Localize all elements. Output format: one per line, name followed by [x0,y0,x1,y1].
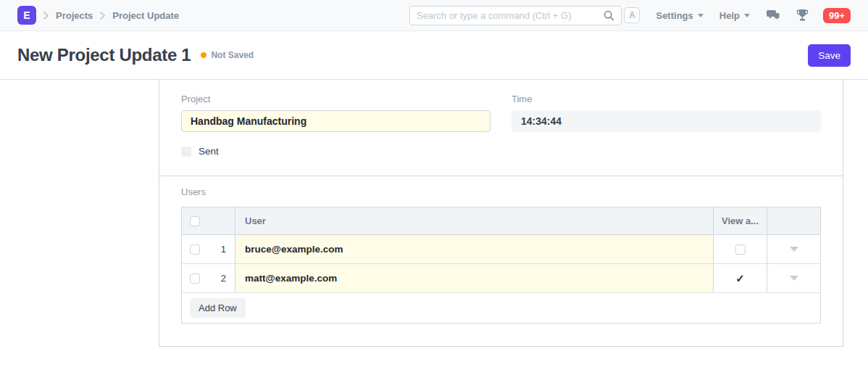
view-attachments-cell[interactable]: ✓ [713,264,767,292]
row-select-checkbox[interactable] [190,244,200,255]
global-search[interactable] [409,6,622,25]
settings-menu[interactable]: Settings [656,10,703,21]
chevron-down-icon [698,14,704,17]
breadcrumb-projects[interactable]: Projects [56,10,93,21]
trophy-icon[interactable] [796,9,809,22]
page-title: New Project Update 1 [17,45,191,65]
save-button[interactable]: Save [808,44,851,67]
avatar[interactable]: A [624,7,640,23]
status-indicator: Not Saved [201,50,254,60]
sent-checkbox[interactable] [181,147,191,157]
users-grid: User View a... 1 bruce@example.com [181,207,821,324]
navbar-right: A Settings Help 99+ [624,7,851,23]
chevron-down-icon [744,14,750,17]
view-attachments-checkbox[interactable] [735,244,746,255]
users-grid-label: Users [181,186,821,197]
row-index: 1 [200,244,235,255]
row-index: 2 [200,273,235,284]
time-field: 14:34:44 [512,110,821,132]
table-row: 2 matt@example.com ✓ [182,264,820,293]
notifications-badge[interactable]: 99+ [823,8,851,23]
checkmark-icon: ✓ [735,272,745,285]
project-field[interactable]: Handbag Manufacturing [181,110,491,132]
select-all-checkbox[interactable] [190,216,200,226]
form-section-users: Users User View a... 1 [159,176,843,324]
chevron-right-icon [43,12,49,20]
view-attachments-column-header: View a... [713,207,767,234]
breadcrumb-project-update[interactable]: Project Update [112,10,179,21]
page-head: New Project Update 1 Not Saved Save [0,31,868,80]
search-icon [604,10,614,21]
users-grid-header: User View a... [182,207,820,235]
project-field-label: Project [181,94,491,104]
row-actions-cell[interactable] [767,235,820,263]
form-body: Project Handbag Manufacturing Time 14:34… [0,80,868,369]
add-row-button[interactable]: Add Row [190,298,246,318]
status-dot-icon [201,52,206,58]
row-select-checkbox[interactable] [190,274,200,284]
form-card: Project Handbag Manufacturing Time 14:34… [159,80,843,347]
row-actions-cell[interactable] [767,264,820,292]
status-text: Not Saved [211,50,254,60]
time-field-label: Time [512,94,821,104]
expand-row-icon[interactable] [790,276,798,281]
chevron-right-icon [100,12,105,20]
navbar: E Projects Project Update A Settings Hel… [0,0,868,31]
settings-label: Settings [656,10,693,21]
user-cell[interactable]: bruce@example.com [235,235,713,263]
app-logo[interactable]: E [17,6,36,25]
form-section-details: Project Handbag Manufacturing Time 14:34… [159,80,843,176]
user-column-header: User [235,207,713,234]
sent-label: Sent [199,146,219,157]
expand-row-icon[interactable] [790,247,798,252]
help-label: Help [719,10,740,21]
search-input[interactable] [417,10,604,21]
actions-column-header [767,207,820,234]
help-menu[interactable]: Help [719,10,750,21]
chat-icon[interactable] [766,9,780,22]
table-row: 1 bruce@example.com [182,235,820,264]
sent-field: Sent [181,146,821,157]
user-cell[interactable]: matt@example.com [235,264,713,292]
view-attachments-cell[interactable] [713,235,767,263]
users-grid-footer: Add Row [182,293,820,323]
